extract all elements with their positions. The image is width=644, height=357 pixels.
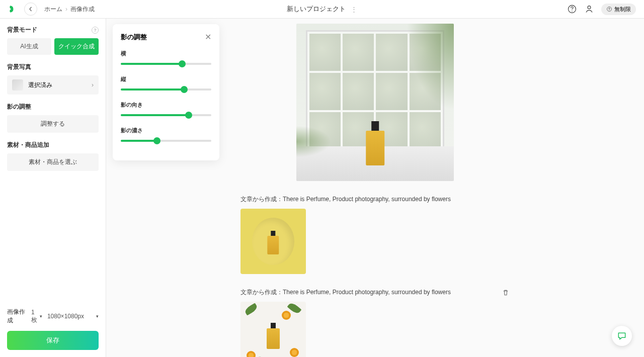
chevron-down-icon: ▾ (40, 314, 42, 319)
chevron-right-icon: › (92, 81, 94, 88)
info-icon[interactable]: ? (92, 27, 99, 34)
bg-photo-label: 背景写真 (7, 63, 99, 71)
chat-icon (617, 331, 627, 341)
slider-track[interactable] (121, 86, 211, 93)
main-preview-image[interactable] (296, 24, 454, 181)
slider-thumb[interactable] (153, 137, 160, 144)
unlimited-badge[interactable]: 無制限 (601, 4, 636, 15)
chevron-down-icon: ▾ (96, 314, 99, 319)
shadow-adjustment-panel: 影の調整 ✕ 横縦影の向き影の濃さ (113, 24, 219, 160)
delete-icon[interactable] (502, 289, 510, 297)
upgrade-icon (606, 6, 612, 12)
project-title-text[interactable]: 新しいプロジェクト (287, 5, 346, 14)
gen-label: 画像作成 (7, 308, 26, 325)
slider-1: 縦 (121, 75, 211, 93)
slider-label: 横 (121, 50, 211, 57)
slider-track[interactable] (121, 60, 211, 67)
slider-label: 縦 (121, 75, 211, 83)
bg-photo-status: 選択済み (28, 81, 52, 90)
bg-photo-selector[interactable]: 選択済み › (7, 75, 99, 95)
svg-point-1 (588, 6, 591, 9)
user-icon[interactable] (584, 4, 594, 14)
dimension-select[interactable]: 1080×1080px▾ (47, 313, 99, 320)
generation-settings: 画像作成 1枚▾ 1080×1080px▾ (7, 308, 99, 325)
bg-mode-label: 背景モード ? (7, 26, 99, 34)
help-icon[interactable] (567, 4, 577, 14)
chat-button[interactable] (612, 326, 632, 346)
close-icon[interactable]: ✕ (205, 32, 211, 42)
slider-2: 影の向き (121, 101, 211, 119)
tab-quick-composite[interactable]: クイック合成 (54, 38, 99, 55)
result-image-2[interactable] (240, 302, 306, 357)
project-title: 新しいプロジェクト ⋮ (287, 5, 357, 14)
slider-thumb[interactable] (185, 112, 192, 119)
slider-label: 影の濃さ (121, 127, 211, 134)
breadcrumb: ホーム › 画像作成 (44, 5, 95, 14)
sidebar: 背景モード ? AI生成 クイック合成 背景写真 選択済み › 影の調整 調整す… (0, 19, 106, 357)
panel-title: 影の調整 (121, 33, 147, 42)
app-header: ホーム › 画像作成 新しいプロジェクト ⋮ 無制限 (0, 0, 644, 19)
generation-caption-2: 文章から作成：There is Perfume, Product photogr… (240, 288, 451, 297)
slider-track[interactable] (121, 112, 211, 119)
app-logo (8, 5, 17, 14)
unlimited-label: 無制限 (614, 6, 631, 13)
slider-3: 影の濃さ (121, 127, 211, 144)
tab-ai-generate[interactable]: AI生成 (7, 38, 51, 55)
save-button[interactable]: 保存 (7, 331, 99, 350)
breadcrumb-current: 画像作成 (70, 5, 95, 14)
slider-thumb[interactable] (179, 60, 186, 67)
generation-caption-1: 文章から作成：There is Perfume, Product photogr… (240, 195, 451, 204)
breadcrumb-home[interactable]: ホーム (44, 5, 62, 14)
more-icon[interactable]: ⋮ (351, 6, 357, 13)
assets-section-label: 素材・商品追加 (7, 141, 99, 149)
slider-0: 横 (121, 50, 211, 67)
slider-track[interactable] (121, 137, 211, 144)
adjust-shadow-button[interactable]: 調整する (7, 115, 99, 133)
bg-photo-thumb (12, 79, 23, 91)
result-image-1[interactable] (240, 209, 306, 274)
count-select[interactable]: 1枚▾ (31, 309, 42, 324)
chevron-right-icon: › (65, 6, 67, 13)
shadow-section-label: 影の調整 (7, 103, 99, 111)
chevron-left-icon (28, 7, 33, 12)
slider-thumb[interactable] (181, 86, 188, 93)
choose-assets-button[interactable]: 素材・商品を選ぶ (7, 153, 99, 171)
slider-label: 影の向き (121, 101, 211, 109)
back-button[interactable] (24, 3, 37, 16)
